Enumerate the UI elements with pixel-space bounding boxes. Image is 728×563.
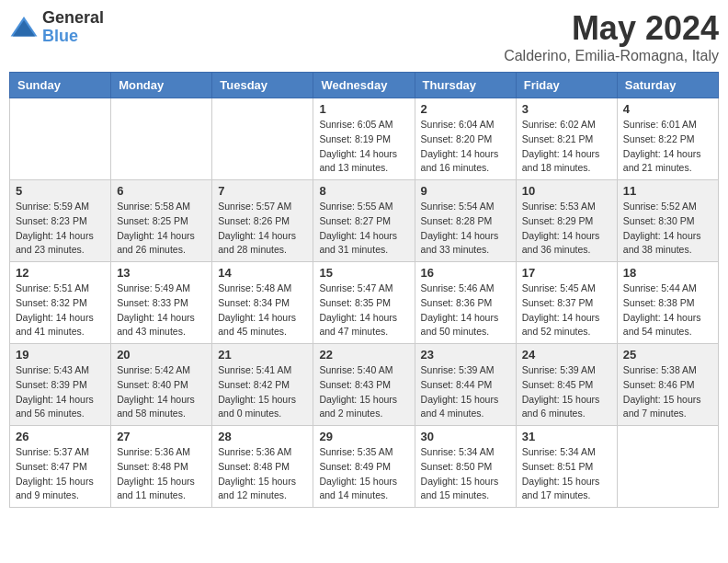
day-info-line: and 13 minutes. [319,161,408,176]
day-info-line: Sunset: 8:48 PM [117,460,206,475]
day-info-line: Daylight: 14 hours [16,393,105,408]
day-info-line: Sunrise: 5:34 AM [421,445,510,460]
day-info-line: Sunrise: 5:37 AM [16,445,105,460]
day-info-line: Daylight: 14 hours [522,311,611,326]
day-info-line: and 41 minutes. [16,325,105,339]
calendar-table: SundayMondayTuesdayWednesdayThursdayFrid… [9,72,719,508]
day-info-line: Sunset: 8:45 PM [522,378,611,393]
day-info-line: Sunset: 8:49 PM [319,460,408,475]
day-info-line: Daylight: 14 hours [421,311,510,326]
day-info-line: and 11 minutes. [117,488,206,503]
calendar-cell [212,98,313,180]
day-info-line: Daylight: 15 hours [421,393,510,408]
day-info-line: Daylight: 14 hours [117,393,206,408]
logo: General Blue [9,9,104,46]
day-number: 15 [319,266,408,280]
day-info-line: Daylight: 14 hours [16,311,105,326]
day-info-line: Daylight: 14 hours [623,229,712,244]
day-info-line: Sunrise: 6:05 AM [319,118,408,132]
day-info-line: Sunrise: 5:55 AM [319,200,408,214]
day-info-line: Sunset: 8:22 PM [623,132,712,147]
day-info-line: Sunset: 8:26 PM [218,214,307,229]
day-info-line: Daylight: 14 hours [117,229,206,244]
day-info-line: and 52 minutes. [522,325,611,339]
calendar-cell: 4Sunrise: 6:01 AMSunset: 8:22 PMDaylight… [617,98,718,180]
day-info-line: Sunrise: 5:45 AM [522,282,611,296]
calendar-cell: 2Sunrise: 6:04 AMSunset: 8:20 PMDaylight… [415,98,516,180]
day-info-line: Sunrise: 5:39 AM [421,363,510,378]
day-info-line: and 50 minutes. [421,325,510,339]
day-info-line: Daylight: 14 hours [623,311,712,326]
day-info-line: and 36 minutes. [522,243,611,258]
day-info-line: and 9 minutes. [16,488,105,503]
day-number: 26 [16,430,105,443]
calendar-header-row: SundayMondayTuesdayWednesdayThursdayFrid… [10,73,719,98]
day-info-line: Daylight: 15 hours [522,475,611,489]
weekday-header: Friday [516,73,617,98]
day-info-line: Daylight: 14 hours [218,229,307,244]
day-info-line: Sunset: 8:30 PM [623,214,712,229]
calendar-cell: 15Sunrise: 5:47 AMSunset: 8:35 PMDayligh… [313,262,415,344]
calendar-cell: 26Sunrise: 5:37 AMSunset: 8:47 PMDayligh… [10,426,111,508]
calendar-cell: 30Sunrise: 5:34 AMSunset: 8:50 PMDayligh… [415,426,516,508]
day-number: 9 [421,184,510,198]
day-info-line: Daylight: 15 hours [623,393,712,408]
day-info-line: and 4 minutes. [421,407,510,421]
day-info-line: Daylight: 15 hours [117,475,206,489]
calendar-week-row: 19Sunrise: 5:43 AMSunset: 8:39 PMDayligh… [10,344,719,426]
day-info-line: Daylight: 15 hours [218,475,307,489]
day-number: 10 [522,184,611,198]
location-title: Calderino, Emilia-Romagna, Italy [504,48,719,64]
day-info-line: Sunrise: 5:59 AM [16,200,105,214]
day-info-line: Daylight: 15 hours [218,393,307,408]
day-info-line: and 56 minutes. [16,407,105,421]
weekday-header: Wednesday [313,73,415,98]
weekday-header: Tuesday [212,73,313,98]
day-info-line: Sunrise: 5:52 AM [623,200,712,214]
calendar-cell: 22Sunrise: 5:40 AMSunset: 8:43 PMDayligh… [313,344,415,426]
day-info-line: and 21 minutes. [623,161,712,176]
day-info-line: and 6 minutes. [522,407,611,421]
day-info-line: Sunset: 8:19 PM [319,132,408,147]
day-info-line: Daylight: 14 hours [421,147,510,162]
day-info-line: Sunrise: 5:54 AM [421,200,510,214]
day-info-line: Sunset: 8:47 PM [16,460,105,475]
day-info-line: Sunset: 8:37 PM [522,296,611,311]
calendar-cell: 3Sunrise: 6:02 AMSunset: 8:21 PMDaylight… [516,98,617,180]
day-info-line: and 12 minutes. [218,488,307,503]
day-info-line: Sunrise: 5:51 AM [16,282,105,296]
day-number: 1 [319,102,408,116]
day-info-line: Daylight: 15 hours [319,475,408,489]
weekday-header: Saturday [617,73,718,98]
day-info-line: Daylight: 14 hours [117,311,206,326]
day-info-line: Sunset: 8:36 PM [421,296,510,311]
day-info-line: Sunset: 8:21 PM [522,132,611,147]
day-info-line: Sunset: 8:51 PM [522,460,611,475]
day-info-line: and 23 minutes. [16,243,105,258]
calendar-cell: 21Sunrise: 5:41 AMSunset: 8:42 PMDayligh… [212,344,313,426]
day-info-line: and 16 minutes. [421,161,510,176]
weekday-header: Thursday [415,73,516,98]
calendar-cell: 29Sunrise: 5:35 AMSunset: 8:49 PMDayligh… [313,426,415,508]
day-number: 30 [421,430,510,443]
day-number: 2 [421,102,510,116]
day-info-line: Sunrise: 5:47 AM [319,282,408,296]
day-info-line: Daylight: 14 hours [522,147,611,162]
day-info-line: and 58 minutes. [117,407,206,421]
day-info-line: Daylight: 14 hours [319,147,408,162]
calendar-cell: 18Sunrise: 5:44 AMSunset: 8:38 PMDayligh… [617,262,718,344]
day-info-line: and 18 minutes. [522,161,611,176]
day-info-line: and 28 minutes. [218,243,307,258]
day-info-line: and 0 minutes. [218,407,307,421]
day-number: 25 [623,348,712,362]
day-info-line: and 17 minutes. [522,488,611,503]
day-info-line: Sunset: 8:33 PM [117,296,206,311]
day-info-line: Sunset: 8:40 PM [117,378,206,393]
calendar-cell: 31Sunrise: 5:34 AMSunset: 8:51 PMDayligh… [516,426,617,508]
calendar-cell: 9Sunrise: 5:54 AMSunset: 8:28 PMDaylight… [415,180,516,262]
calendar-cell: 12Sunrise: 5:51 AMSunset: 8:32 PMDayligh… [10,262,111,344]
day-info-line: Sunset: 8:44 PM [421,378,510,393]
day-number: 21 [218,348,307,362]
day-info-line: Sunrise: 5:43 AM [16,363,105,378]
calendar-cell: 25Sunrise: 5:38 AMSunset: 8:46 PMDayligh… [617,344,718,426]
